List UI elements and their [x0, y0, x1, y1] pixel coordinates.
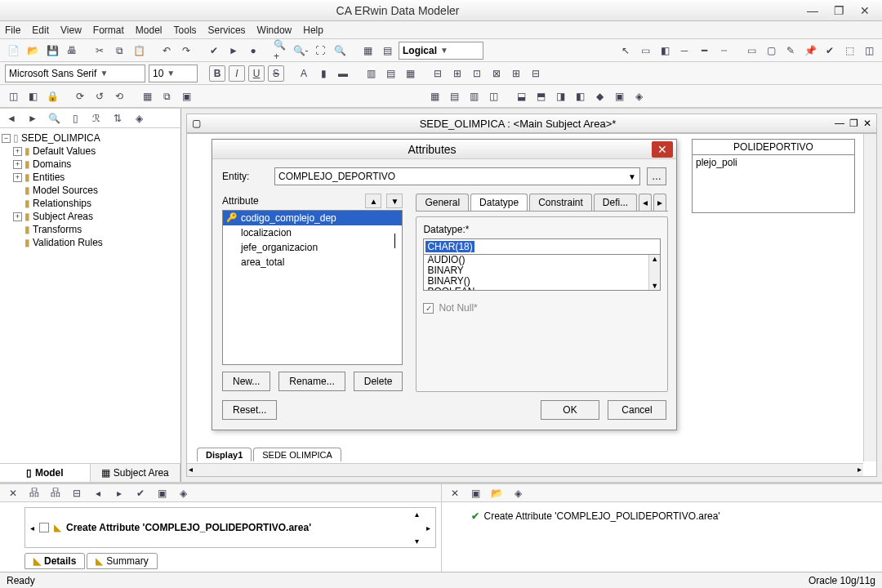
bl-i2-icon[interactable]: 品 [26, 485, 42, 501]
grp2-icon[interactable]: ▤ [446, 88, 462, 105]
menu-tools[interactable]: Tools [174, 24, 197, 36]
tree-tag-icon[interactable]: ◈ [131, 110, 147, 127]
tree-item-rel[interactable]: Relationships [33, 198, 91, 209]
strike-button[interactable]: S [268, 65, 284, 82]
t3-6-icon[interactable]: ⟲ [111, 88, 127, 105]
tab-sede[interactable]: SEDE OLIMPICA [253, 448, 341, 461]
menu-view[interactable]: View [60, 24, 82, 36]
diagram-canvas[interactable]: POLIDEPORTIVO plejo_poli Attributes ✕ En… [186, 133, 877, 477]
advisory-log[interactable]: ✔ Create Attribute 'COMPLEJO_POLIDEPORTI… [466, 507, 878, 522]
al1-icon[interactable]: ⬓ [513, 88, 529, 105]
zoom-tool-icon[interactable]: 🔍 [332, 42, 348, 59]
pointer-icon[interactable]: ↖ [617, 42, 634, 59]
tree-back-icon[interactable]: ◄ [3, 110, 20, 127]
layout-icon[interactable]: ▤ [379, 42, 395, 59]
cut-icon[interactable]: ✂ [91, 42, 108, 59]
dist4-icon[interactable]: ⊠ [488, 65, 505, 82]
align2-icon[interactable]: ▤ [382, 65, 399, 82]
al5-icon[interactable]: ◆ [591, 88, 608, 105]
relation-tool-icon[interactable]: ─ [676, 42, 693, 59]
copy-icon[interactable]: ⧉ [111, 42, 127, 59]
t3-1-icon[interactable]: ◫ [5, 88, 21, 105]
zoom-out-icon[interactable]: 🔍- [292, 42, 309, 59]
notnull-checkbox[interactable]: ✓ Not Null* [423, 302, 661, 314]
tree-item-domains[interactable]: Domains [33, 158, 71, 170]
doc-close-button[interactable]: ✕ [863, 118, 871, 129]
tab-scroll-right[interactable]: ▸ [653, 194, 666, 211]
grp4-icon[interactable]: ◫ [485, 88, 501, 105]
tab-model[interactable]: ▯Model [0, 464, 91, 482]
pin-icon[interactable]: 📌 [802, 42, 818, 59]
expand-icon[interactable]: + [13, 160, 22, 169]
menu-format[interactable]: Format [93, 24, 124, 36]
rename-button[interactable]: Rename... [278, 372, 345, 391]
menu-help[interactable]: Help [303, 24, 323, 36]
br-i4-icon[interactable]: ◈ [510, 485, 527, 501]
t3-3-icon[interactable]: 🔒 [44, 88, 60, 105]
font-combo[interactable]: Microsoft Sans Serif ▼ [5, 65, 145, 82]
new-button[interactable]: New... [222, 372, 270, 391]
delete-button[interactable]: Delete [354, 372, 403, 391]
move-down-button[interactable]: ▼ [386, 194, 403, 208]
bl-i4-icon[interactable]: ⊟ [69, 485, 85, 501]
align1-icon[interactable]: ▥ [363, 65, 379, 82]
datatype-input[interactable]: CHAR(18) [423, 238, 661, 255]
dist3-icon[interactable]: ⊡ [469, 65, 485, 82]
redo-icon[interactable]: ↷ [178, 42, 194, 59]
scroll-up-icon[interactable]: ▴ [415, 510, 419, 519]
bl-i1-icon[interactable]: ✕ [5, 485, 21, 501]
tab-datatype[interactable]: Datatype [470, 194, 528, 211]
stop-icon[interactable]: ● [245, 42, 261, 59]
tree-fwd-icon[interactable]: ► [24, 110, 41, 127]
menu-services[interactable]: Services [208, 24, 246, 36]
action-log[interactable]: ◂ ◣ Create Attribute 'COMPLEJO_POLIDEPOR… [24, 507, 436, 548]
al4-icon[interactable]: ◧ [572, 88, 588, 105]
tab-definition[interactable]: Defi... [594, 194, 637, 211]
tree-item-valid[interactable]: Validation Rules [33, 237, 103, 248]
bl-i7-icon[interactable]: ✔ [132, 485, 149, 501]
paste-icon[interactable]: 📋 [131, 42, 147, 59]
bl-i9-icon[interactable]: ◈ [175, 485, 191, 501]
region-icon[interactable]: ◫ [861, 42, 877, 59]
note-icon[interactable]: ✎ [782, 42, 799, 59]
al6-icon[interactable]: ▣ [611, 88, 627, 105]
open-icon[interactable]: 📂 [24, 42, 41, 59]
t3-8-icon[interactable]: ⧉ [158, 88, 175, 105]
attribute-list[interactable]: 🔑codigo_complejo_dep localizacion jefe_o… [222, 210, 403, 365]
datatype-dropdown[interactable]: AUDIO() BINARY BINARY() BOOLEAN ▲▼ [423, 255, 661, 291]
doc-max-button[interactable]: ❐ [849, 118, 858, 129]
shape1-icon[interactable]: ▭ [743, 42, 760, 59]
tree-item-entities[interactable]: Entities [33, 172, 65, 183]
menu-file[interactable]: File [5, 24, 20, 36]
tab-scroll-left[interactable]: ◂ [639, 194, 652, 211]
collapse-icon[interactable]: − [2, 134, 11, 143]
entity-browse-button[interactable]: … [647, 167, 666, 185]
list-item[interactable]: 🔑codigo_complejo_dep [223, 211, 402, 225]
grid-icon[interactable]: ▦ [359, 42, 376, 59]
list-item[interactable]: area_total [223, 255, 402, 270]
bl-i6-icon[interactable]: ▸ [111, 485, 127, 501]
dialog-close-button[interactable]: ✕ [652, 141, 673, 158]
t3-5-icon[interactable]: ↺ [91, 88, 108, 105]
br-i1-icon[interactable]: ✕ [447, 485, 463, 501]
tree-item-subj[interactable]: Subject Areas [33, 211, 93, 222]
italic-button[interactable]: I [229, 65, 245, 82]
t3-4-icon[interactable]: ⟳ [72, 88, 88, 105]
grp1-icon[interactable]: ▦ [426, 88, 443, 105]
dist1-icon[interactable]: ⊟ [430, 65, 446, 82]
move-up-button[interactable]: ▲ [365, 194, 381, 208]
go-icon[interactable]: ► [225, 42, 242, 59]
tree-find-icon[interactable]: 🔍 [46, 110, 62, 127]
grp3-icon[interactable]: ▥ [466, 88, 482, 105]
expand-icon[interactable]: + [13, 147, 22, 156]
tree-col2-icon[interactable]: ℛ [88, 110, 105, 127]
expand-icon[interactable]: + [13, 173, 22, 182]
tab-summary[interactable]: ◣Summary [87, 553, 157, 569]
undo-icon[interactable]: ↶ [158, 42, 175, 59]
subtype-tool-icon[interactable]: ◧ [657, 42, 673, 59]
horizontal-scrollbar[interactable]: ◂ ▸ [187, 463, 863, 476]
expand-icon[interactable]: + [13, 212, 22, 221]
tab-constraint[interactable]: Constraint [529, 194, 592, 211]
model-tree[interactable]: −▯SEDE_OLIMPICA +▮Default Values +▮Domai… [0, 128, 180, 463]
close-button[interactable]: ✕ [856, 3, 874, 18]
